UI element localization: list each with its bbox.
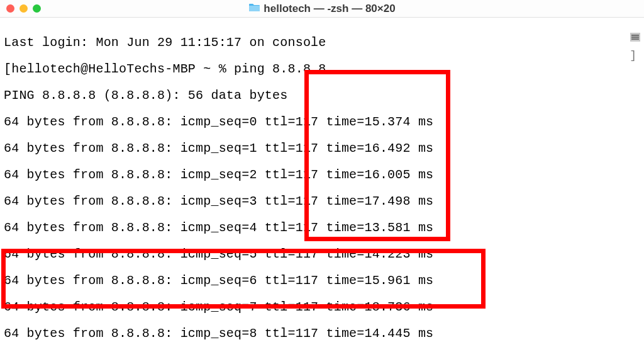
ping-header-line: PING 8.8.8.8 (8.8.8.8): 56 data bytes <box>4 89 640 102</box>
ping-reply-line: 64 bytes from 8.8.8.8: icmp_seq=6 ttl=11… <box>4 274 640 287</box>
traffic-lights <box>6 4 41 13</box>
ping-reply-line: 64 bytes from 8.8.8.8: icmp_seq=8 ttl=11… <box>4 327 640 340</box>
ping-reply-line: 64 bytes from 8.8.8.8: icmp_seq=7 ttl=11… <box>4 300 640 314</box>
ping-reply-line: 64 bytes from 8.8.8.8: icmp_seq=0 ttl=11… <box>4 115 640 128</box>
minimize-window-button[interactable] <box>19 4 28 13</box>
window-titlebar: hellotech — -zsh — 80×20 <box>0 0 644 18</box>
ping-reply-line: 64 bytes from 8.8.8.8: icmp_seq=3 ttl=11… <box>4 195 640 208</box>
window-title: hellotech — -zsh — 80×20 <box>264 3 395 15</box>
ping-reply-line: 64 bytes from 8.8.8.8: icmp_seq=5 ttl=11… <box>4 247 640 261</box>
folder-icon <box>248 3 260 14</box>
close-window-button[interactable] <box>6 4 14 13</box>
hamburger-icon[interactable] <box>630 33 640 42</box>
last-login-line: Last login: Mon Jun 29 11:15:17 on conso… <box>4 36 640 49</box>
ping-reply-line: 64 bytes from 8.8.8.8: icmp_seq=1 ttl=11… <box>4 142 640 155</box>
ping-reply-line: 64 bytes from 8.8.8.8: icmp_seq=2 ttl=11… <box>4 168 640 181</box>
prompt-line: [hellotech@HelloTechs-MBP ~ % ping 8.8.8… <box>4 62 640 76</box>
ping-reply-line: 64 bytes from 8.8.8.8: icmp_seq=4 ttl=11… <box>4 221 640 234</box>
right-bracket-glyph: ] <box>630 49 636 62</box>
maximize-window-button[interactable] <box>33 4 41 13</box>
terminal-output[interactable]: Last login: Mon Jun 29 11:15:17 on conso… <box>0 18 644 347</box>
